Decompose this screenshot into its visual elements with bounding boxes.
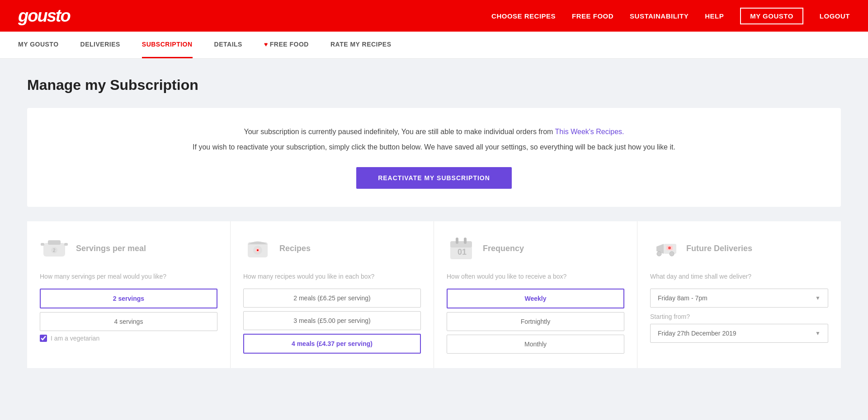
servings-4-option[interactable]: 4 servings — [40, 312, 217, 331]
subscription-tab[interactable]: SUBSCRIPTION — [142, 32, 193, 58]
settings-row: 2 Servings per meal How many servings pe… — [27, 221, 841, 368]
starting-from-select[interactable]: Friday 27th December 2019 ▼ — [650, 324, 828, 343]
recipes-3-option[interactable]: 3 meals (£5.00 per serving) — [243, 311, 421, 330]
page-title: Manage my Subscription — [27, 77, 841, 93]
sub-nav: MY GOUSTO DELIVERIES SUBSCRIPTION DETAIL… — [0, 32, 868, 59]
svg-point-9 — [257, 249, 259, 251]
servings-title: Servings per meal — [76, 244, 146, 253]
starting-from-label: Starting from? — [650, 313, 828, 320]
recipes-2-option[interactable]: 2 meals (£6.25 per serving) — [243, 289, 421, 308]
servings-card: 2 Servings per meal How many servings pe… — [27, 221, 231, 368]
recipes-title: Recipes — [279, 244, 311, 253]
svg-point-18 — [670, 252, 674, 256]
heart-icon: ♥ — [264, 41, 268, 48]
pause-notice-line2: If you wish to reactivate your subscript… — [63, 141, 805, 153]
delivery-time-select[interactable]: Friday 8am - 7pm ▼ — [650, 289, 828, 308]
recipes-desc: How many recipes would you like in each … — [243, 272, 421, 281]
frequency-desc: How often would you like to receive a bo… — [447, 272, 624, 281]
recipes-4-option[interactable]: 4 meals (£4.37 per serving) — [243, 334, 421, 354]
future-deliveries-card: Future Deliveries What day and time shal… — [637, 221, 841, 368]
future-deliveries-icon — [650, 234, 679, 263]
svg-text:01: 01 — [458, 247, 467, 257]
svg-rect-12 — [456, 238, 458, 244]
svg-rect-2 — [41, 243, 44, 246]
frequency-weekly-option[interactable]: Weekly — [447, 289, 624, 308]
my-gousto-tab[interactable]: MY GOUSTO — [18, 32, 59, 58]
svg-rect-3 — [64, 243, 68, 246]
chevron-down-icon-2: ▼ — [815, 330, 821, 336]
this-weeks-recipes-link[interactable]: This Week's Recipes. — [555, 128, 624, 135]
vegetarian-label: I am a vegetarian — [51, 335, 99, 342]
my-gousto-button[interactable]: MY GOUSTO — [740, 8, 803, 24]
delivery-time-value: Friday 8am - 7pm — [658, 294, 708, 302]
svg-text:2: 2 — [53, 248, 56, 253]
help-link[interactable]: HELP — [705, 12, 724, 20]
servings-icon: 2 — [40, 234, 69, 263]
top-nav-links: CHOOSE RECIPES FREE FOOD SUSTAINABILITY … — [491, 8, 850, 24]
svg-rect-11 — [450, 241, 472, 247]
pause-notice: Your subscription is currently paused in… — [27, 108, 841, 207]
chevron-down-icon: ▼ — [815, 295, 821, 301]
servings-2-option[interactable]: 2 servings — [40, 289, 217, 308]
recipes-card: Recipes How many recipes would you like … — [231, 221, 434, 368]
vegetarian-row: I am a vegetarian — [40, 335, 217, 342]
logo: gousto — [18, 6, 70, 26]
pause-notice-line1: Your subscription is currently paused in… — [63, 126, 805, 138]
sustainability-link[interactable]: SUSTAINABILITY — [630, 12, 689, 20]
details-tab[interactable]: DETAILS — [214, 32, 242, 58]
frequency-card: 01 Frequency How often would you like to… — [434, 221, 637, 368]
logout-link[interactable]: LOGOUT — [820, 12, 850, 20]
svg-point-20 — [668, 247, 671, 249]
deliveries-tab[interactable]: DELIVERIES — [80, 32, 120, 58]
servings-desc: How many servings per meal would you lik… — [40, 272, 217, 281]
page-content: Manage my Subscription Your subscription… — [0, 59, 868, 420]
frequency-title: Frequency — [483, 244, 524, 253]
svg-point-17 — [657, 252, 661, 256]
frequency-fortnightly-option[interactable]: Fortnightly — [447, 312, 624, 331]
future-deliveries-desc: What day and time shall we deliver? — [650, 272, 828, 281]
free-food-tab[interactable]: ♥ FREE FOOD — [264, 32, 309, 58]
choose-recipes-link[interactable]: CHOOSE RECIPES — [491, 12, 556, 20]
frequency-icon: 01 — [447, 234, 476, 263]
top-nav: gousto CHOOSE RECIPES FREE FOOD SUSTAINA… — [0, 0, 868, 32]
starting-from-value: Friday 27th December 2019 — [658, 330, 736, 337]
frequency-monthly-option[interactable]: Monthly — [447, 335, 624, 354]
future-deliveries-title: Future Deliveries — [686, 244, 752, 253]
recipes-icon — [243, 234, 272, 263]
free-food-link[interactable]: FREE FOOD — [572, 12, 613, 20]
svg-rect-13 — [464, 238, 467, 244]
svg-rect-1 — [48, 240, 61, 245]
reactivate-button[interactable]: REACTIVATE MY SUBSCRIPTION — [356, 167, 512, 189]
rate-my-recipes-tab[interactable]: RATE MY RECIPES — [330, 32, 392, 58]
vegetarian-checkbox[interactable] — [40, 335, 47, 342]
